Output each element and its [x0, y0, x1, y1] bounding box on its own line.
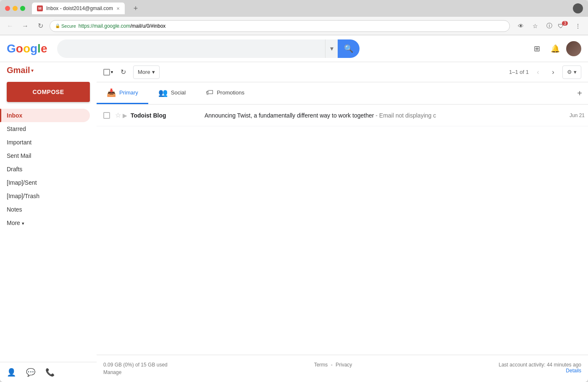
footer-left: 0.09 GB (0%) of 15 GB used Manage [103, 362, 168, 375]
email-checkbox[interactable] [103, 112, 110, 119]
forward-button[interactable]: → [19, 20, 31, 32]
sidebar-item-notes[interactable]: Notes [0, 203, 90, 216]
sidebar-item-sent[interactable]: Sent Mail [0, 149, 90, 162]
social-tab-label: Social [171, 89, 186, 96]
footer-separator: - [331, 362, 333, 368]
inbox-label: Inbox [0, 112, 83, 119]
address-bar[interactable]: 🔒 Secure https://mail.google.comhttps://… [50, 20, 510, 32]
apps-grid-icon[interactable]: ⊞ [529, 41, 544, 56]
notifications-icon[interactable]: 🔔 [548, 41, 563, 56]
more-button[interactable]: More ▾ [133, 65, 160, 79]
prev-page-button[interactable]: ‹ [532, 66, 544, 78]
footer-center: Terms - Privacy [314, 362, 352, 368]
lock-icon: 🔒 [55, 24, 60, 28]
pagination-text: 1–1 of 1 [509, 69, 529, 75]
storage-info: 0.09 GB (0%) of 15 GB used [103, 362, 168, 368]
tab-social[interactable]: 👥 Social [148, 82, 196, 104]
imap-trash-label: [Imap]/Trash [0, 193, 83, 199]
google-logo[interactable]: Google [7, 42, 47, 55]
close-dot[interactable] [5, 6, 10, 11]
chat-icon[interactable]: 💬 [26, 368, 35, 377]
star-icon[interactable]: ☆ [115, 111, 121, 119]
promotions-tab-label: Promotions [217, 89, 244, 96]
email-date: Jun 21 [570, 113, 585, 118]
email-checkbox-area [103, 112, 112, 119]
important-label: Important [0, 139, 83, 146]
contacts-icon[interactable]: 👤 [7, 368, 16, 377]
gmail-header: Google ▾ 🔍 ⊞ 🔔 [0, 35, 588, 62]
browser-account-icon[interactable] [573, 3, 583, 13]
new-tab-button[interactable]: + [130, 3, 142, 14]
search-bar: ▾ 🔍 [57, 39, 360, 58]
email-subject: Announcing Twist, a fundamentally differ… [205, 112, 374, 119]
important-marker-icon[interactable]: ▶ [123, 112, 127, 119]
storage-text: 0.09 GB (0%) of 15 GB used [103, 362, 168, 368]
next-page-button[interactable]: › [547, 66, 559, 78]
imap-sent-label: [Imap]/Sent [0, 179, 83, 186]
browser-frame: M Inbox - doist2014@gmail.com ✕ + ← → ↻ … [0, 0, 588, 382]
sidebar-item-important[interactable]: Important [0, 136, 90, 149]
menu-icon[interactable]: ⋮ [572, 20, 584, 32]
back-button[interactable]: ← [4, 20, 16, 32]
sidebar-item-inbox[interactable]: Inbox [0, 109, 90, 122]
sidebar-item-imap-sent[interactable]: [Imap]/Sent [0, 176, 90, 189]
select-all-checkbox[interactable] [103, 69, 110, 76]
manage-link[interactable]: Manage [103, 369, 121, 375]
search-input-wrapper [57, 39, 325, 58]
url-display: https://mail.google.comhttps://mail.goog… [79, 23, 165, 29]
more-label: More ▾ [0, 220, 83, 226]
gmail-label[interactable]: Gmail [7, 65, 30, 75]
info-icon[interactable]: ⓘ [543, 20, 555, 32]
search-button[interactable]: 🔍 [338, 39, 360, 58]
extension-icon[interactable]: 🛡 3 [558, 20, 570, 32]
details-link[interactable]: Details [566, 368, 581, 374]
sidebar-item-imap-trash[interactable]: [Imap]/Trash [0, 189, 90, 203]
sidebar-bottom: 👤 💬 📞 [0, 362, 97, 382]
sidebar-item-starred[interactable]: Starred [0, 122, 90, 136]
browser-toolbar: ← → ↻ 🔒 Secure https://mail.google.comht… [0, 17, 588, 35]
tab-promotions[interactable]: 🏷 Promotions [196, 82, 255, 104]
footer-row: 0.09 GB (0%) of 15 GB used Manage Terms … [103, 362, 581, 375]
drafts-label: Drafts [0, 166, 83, 173]
email-list: ☆ ▶ Todoist Blog Announcing Twist, a fun… [97, 105, 588, 355]
search-icon: 🔍 [344, 44, 353, 53]
minimize-dot[interactable] [13, 6, 18, 11]
sidebar-item-drafts[interactable]: Drafts [0, 162, 90, 176]
email-toolbar: ▾ ↻ More ▾ 1–1 of 1 ‹ › ⚙ [97, 62, 588, 82]
eye-icon[interactable]: 👁 [515, 20, 527, 32]
avatar[interactable] [566, 41, 581, 56]
header-right: ⊞ 🔔 [529, 41, 581, 56]
refresh-button[interactable]: ↻ [116, 65, 130, 79]
gmail-dropdown-icon[interactable]: ▾ [31, 68, 34, 73]
table-row[interactable]: ☆ ▶ Todoist Blog Announcing Twist, a fun… [97, 105, 588, 126]
gmail-app: Google ▾ 🔍 ⊞ 🔔 [0, 35, 588, 382]
phone-icon[interactable]: 📞 [45, 368, 55, 377]
last-activity-text: Last account activity: 44 minutes ago [499, 362, 581, 368]
compose-button[interactable]: COMPOSE [7, 82, 90, 102]
more-label: More [138, 69, 150, 75]
secure-label: Secure [61, 24, 76, 29]
secure-badge: 🔒 Secure [55, 24, 76, 29]
avatar-image [566, 41, 581, 56]
bookmark-icon[interactable]: ☆ [529, 20, 541, 32]
notes-label: Notes [0, 206, 83, 213]
tab-close-button[interactable]: ✕ [116, 6, 120, 11]
browser-tab[interactable]: M Inbox - doist2014@gmail.com ✕ [32, 3, 125, 14]
settings-button[interactable]: ⚙ ▾ [562, 65, 581, 79]
search-dropdown-button[interactable]: ▾ [325, 39, 338, 58]
email-footer: 0.09 GB (0%) of 15 GB used Manage Terms … [97, 355, 588, 382]
add-tab-button[interactable]: + [571, 82, 588, 104]
reload-button[interactable]: ↻ [34, 20, 46, 32]
select-chevron-icon[interactable]: ▾ [111, 70, 113, 74]
primary-tab-label: Primary [119, 89, 138, 96]
window-controls [5, 6, 25, 11]
terms-link[interactable]: Terms [314, 362, 328, 368]
maximize-dot[interactable] [20, 6, 25, 11]
sidebar-item-more[interactable]: More ▾ [0, 216, 90, 230]
sidebar: Gmail ▾ COMPOSE Inbox Starred Important … [0, 62, 97, 382]
search-input[interactable] [64, 45, 318, 52]
privacy-link[interactable]: Privacy [336, 362, 352, 368]
tab-title: Inbox - doist2014@gmail.com [46, 5, 113, 11]
tab-primary[interactable]: 📥 Primary [97, 82, 148, 104]
promotions-tab-icon: 🏷 [206, 88, 213, 97]
